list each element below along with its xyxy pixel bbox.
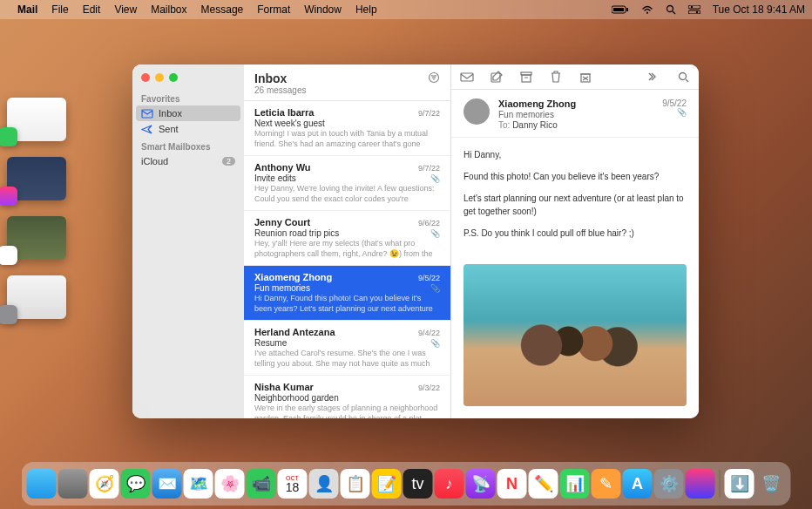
message-list: Inbox 26 messages Leticia Ibarra9/7/22Ne… — [244, 64, 451, 418]
msg-subject: Invite edits — [254, 173, 296, 183]
dock-podcasts[interactable]: 📡 — [466, 469, 496, 499]
dock-pages[interactable]: ✎ — [592, 469, 621, 499]
dock-separator — [720, 470, 721, 498]
zoom-button[interactable] — [169, 73, 178, 82]
compose-icon[interactable] — [490, 71, 504, 83]
dock-safari[interactable]: 🧭 — [90, 469, 119, 499]
stage-thumb-settings[interactable] — [7, 275, 66, 319]
window-controls — [132, 64, 244, 89]
icloud-label: iCloud — [141, 156, 168, 166]
attachment-icon: 📎 — [662, 108, 687, 117]
junk-icon[interactable] — [579, 71, 592, 83]
menu-message[interactable]: Message — [201, 3, 244, 16]
archive-box-icon[interactable] — [519, 71, 533, 83]
battery-icon[interactable] — [612, 5, 629, 14]
datetime[interactable]: Tue Oct 18 9:41 AM — [713, 3, 805, 16]
dock-notes[interactable]: 📝 — [372, 469, 402, 499]
control-center-icon[interactable] — [688, 5, 700, 14]
more-icon[interactable] — [646, 71, 660, 83]
email-photo-attachment[interactable] — [464, 264, 687, 406]
archive-icon[interactable] — [460, 71, 474, 83]
msg-preview: Hi Danny, Found this photo! Can you beli… — [254, 294, 440, 313]
wifi-icon[interactable] — [641, 5, 653, 14]
menu-help[interactable]: Help — [355, 3, 377, 16]
menu-file[interactable]: File — [51, 3, 68, 16]
dock-trash[interactable]: 🗑️ — [756, 469, 786, 499]
stage-thumb-shortcuts[interactable] — [7, 157, 66, 200]
body-paragraph: P.S. Do you think I could pull off blue … — [464, 227, 687, 240]
dock-mail[interactable]: ✉️ — [152, 469, 182, 499]
message-row[interactable]: Jenny Court9/6/22Reunion road trip pics📎… — [244, 211, 450, 266]
dock-freeform[interactable]: ✏️ — [529, 469, 558, 499]
menu-window[interactable]: Window — [304, 3, 342, 16]
dock-contacts[interactable]: 👤 — [309, 469, 339, 499]
dock-downloads[interactable]: ⬇️ — [725, 469, 754, 499]
msg-subject: Fun memories — [254, 283, 310, 293]
dock-tv[interactable]: tv — [403, 469, 433, 499]
svg-rect-6 — [688, 5, 700, 9]
menu-edit[interactable]: Edit — [83, 3, 101, 16]
msg-preview: I've attached Carol's resume. She's the … — [254, 349, 440, 368]
dock-messages[interactable]: 💬 — [121, 469, 151, 499]
message-row[interactable]: Leticia Ibarra9/7/22Next week's guestMor… — [244, 101, 450, 156]
dock-music[interactable]: ♪ — [435, 469, 464, 499]
dock-numbers[interactable]: 📊 — [560, 469, 590, 499]
message-row[interactable]: Xiaomeng Zhong9/5/22Fun memories📎Hi Dann… — [244, 266, 450, 321]
dock-reminders[interactable]: 📋 — [341, 469, 370, 499]
msg-sender: Leticia Ibarra — [254, 107, 314, 118]
dock-photos[interactable]: 🌸 — [215, 469, 245, 499]
reader-toolbar — [451, 64, 699, 90]
dock-news[interactable]: N — [497, 469, 527, 499]
menu-format[interactable]: Format — [257, 3, 290, 16]
msg-subject: Reunion road trip pics — [254, 228, 339, 238]
svg-rect-1 — [613, 8, 624, 11]
dock-finder[interactable] — [27, 469, 57, 499]
sidebar-item-inbox[interactable]: Inbox — [136, 105, 240, 121]
msg-date: 9/7/22 — [418, 164, 440, 173]
menu-mailbox[interactable]: Mailbox — [151, 3, 186, 16]
stage-thumb-messages[interactable] — [7, 98, 66, 141]
msg-subject: Resume — [254, 338, 287, 348]
dock-facetime[interactable]: 📹 — [247, 469, 276, 499]
to-label: To: — [498, 120, 510, 130]
reader-date: 9/5/22 — [662, 98, 687, 108]
menu-view[interactable]: View — [114, 3, 137, 16]
shortcuts-icon — [0, 187, 17, 206]
message-row[interactable]: Nisha Kumar9/3/22Neighborhood gardenWe'r… — [244, 376, 450, 418]
trash-icon[interactable] — [549, 71, 563, 83]
body-paragraph: Let's start planning our next adventure … — [464, 192, 687, 218]
sidebar-item-icloud[interactable]: iCloud 2 — [132, 153, 244, 169]
svg-point-3 — [646, 12, 648, 14]
sidebar-item-sent[interactable]: Sent — [132, 121, 244, 137]
dock-maps[interactable]: 🗺️ — [184, 469, 213, 499]
message-row[interactable]: Anthony Wu9/7/22Invite edits📎Hey Danny, … — [244, 156, 450, 211]
msg-sender: Xiaomeng Zhong — [254, 272, 332, 282]
message-count: 26 messages — [254, 85, 306, 95]
cal-day: 18 — [286, 481, 300, 493]
svg-point-8 — [691, 6, 693, 8]
dock-calendar[interactable]: OCT18 — [278, 469, 308, 499]
dock-launchpad[interactable] — [58, 469, 88, 499]
stage-thumb-safari[interactable] — [7, 216, 66, 260]
spotlight-icon[interactable] — [666, 4, 676, 15]
svg-point-24 — [679, 72, 686, 79]
dock-shortcuts[interactable] — [686, 469, 715, 499]
svg-line-25 — [686, 79, 688, 82]
minimize-button[interactable] — [155, 73, 164, 82]
svg-line-5 — [673, 11, 675, 14]
svg-rect-15 — [461, 73, 473, 81]
dock-appstore[interactable]: A — [623, 469, 653, 499]
inbox-icon — [141, 109, 153, 119]
messages-icon — [0, 127, 17, 146]
settings-icon — [0, 305, 17, 324]
message-row[interactable]: Herland Antezana9/4/22Resume📎I've attach… — [244, 321, 450, 376]
message-list-header: Inbox 26 messages — [244, 64, 450, 101]
inbox-label: Inbox — [159, 108, 182, 119]
msg-preview: Morning! I was put in touch with Tania b… — [254, 129, 440, 148]
filter-icon[interactable] — [428, 71, 440, 84]
search-icon[interactable] — [676, 71, 690, 83]
app-name[interactable]: Mail — [17, 3, 37, 16]
close-button[interactable] — [141, 73, 150, 82]
attachment-icon: 📎 — [430, 174, 440, 183]
dock-settings[interactable]: ⚙️ — [654, 469, 684, 499]
